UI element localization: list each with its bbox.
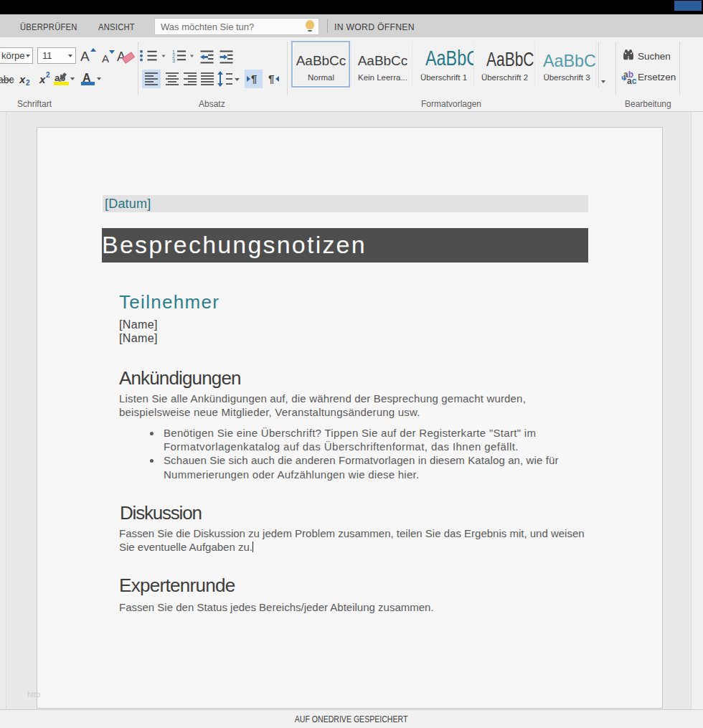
svg-text:3: 3 (172, 58, 175, 63)
